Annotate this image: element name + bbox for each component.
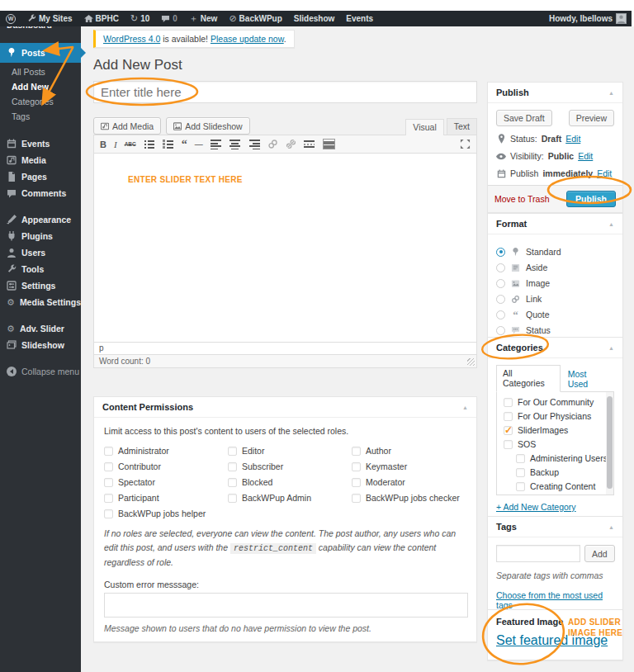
post-title-input[interactable]: [93, 81, 477, 103]
collapse-toggle-icon[interactable]: ▲: [608, 90, 614, 96]
insert-link-button[interactable]: [267, 139, 278, 149]
radio-button[interactable]: [496, 279, 505, 288]
checkbox[interactable]: [352, 462, 361, 471]
editor-content-area[interactable]: [93, 154, 477, 343]
updates-menu[interactable]: ↻ 10: [125, 11, 155, 26]
wp-logo-menu[interactable]: W: [0, 11, 21, 26]
checkbox[interactable]: [228, 462, 237, 471]
custom-error-textarea[interactable]: [104, 593, 468, 618]
checkbox[interactable]: [516, 454, 525, 463]
tab-visual[interactable]: Visual: [405, 119, 443, 135]
collapse-toggle-icon[interactable]: ▲: [608, 345, 614, 351]
bold-button[interactable]: B: [100, 140, 106, 149]
sidebar-item-comments[interactable]: Comments: [0, 185, 81, 201]
checkbox[interactable]: [104, 447, 113, 456]
tab-all-categories[interactable]: All Categories: [496, 365, 561, 392]
move-to-trash-link[interactable]: Move to Trash: [494, 194, 550, 204]
new-content-menu[interactable]: ＋ New: [183, 11, 224, 26]
sidebar-item-slideshow[interactable]: Slideshow: [0, 337, 81, 353]
sidebar-item-all-posts[interactable]: All Posts: [0, 64, 81, 79]
sidebar-item-collapse-menu[interactable]: Collapse menu: [0, 363, 81, 380]
checkbox[interactable]: [504, 398, 513, 407]
comments-menu[interactable]: 0: [155, 11, 183, 26]
checkbox[interactable]: [228, 478, 237, 487]
add-tag-button[interactable]: Add: [584, 545, 615, 562]
add-new-category-link[interactable]: + Add New Category: [496, 502, 576, 512]
radio-button[interactable]: [496, 263, 505, 272]
editor-resize-handle[interactable]: [467, 358, 475, 366]
please-update-link[interactable]: Please update now: [211, 34, 284, 44]
sidebar-item-users[interactable]: Users: [0, 244, 81, 261]
sidebar-item-pages[interactable]: Pages: [0, 168, 81, 185]
edit-visibility-link[interactable]: Edit: [578, 151, 593, 161]
sidebar-item-media-settings[interactable]: ⚙ Media Settings: [0, 294, 81, 310]
checkbox[interactable]: [352, 494, 361, 503]
checkbox[interactable]: [104, 462, 113, 471]
my-sites-menu[interactable]: My Sites: [21, 11, 78, 26]
choose-most-used-link[interactable]: Choose from the most used tags: [496, 590, 603, 610]
fullscreen-button[interactable]: [460, 139, 471, 149]
radio-button[interactable]: [496, 295, 505, 304]
tab-most-used[interactable]: Most Used: [561, 367, 614, 391]
checkbox[interactable]: [352, 447, 361, 456]
sidebar-item-categories[interactable]: Categories: [0, 94, 81, 109]
tab-text[interactable]: Text: [447, 118, 477, 135]
strikethrough-button[interactable]: ABC: [125, 141, 136, 147]
sidebar-item-tags[interactable]: Tags: [0, 109, 81, 124]
publish-button[interactable]: Publish: [566, 191, 616, 207]
radio-button[interactable]: [496, 248, 505, 257]
sidebar-item-add-new[interactable]: Add New: [0, 79, 81, 94]
collapse-toggle-icon[interactable]: ▲: [608, 619, 614, 625]
checkbox[interactable]: [504, 440, 513, 449]
sidebar-item-plugins[interactable]: Plugins: [0, 228, 81, 244]
sidebar-item-posts[interactable]: Posts: [0, 43, 81, 63]
checkbox[interactable]: [516, 468, 525, 477]
edit-status-link[interactable]: Edit: [565, 134, 580, 144]
bulleted-list-button[interactable]: [144, 139, 155, 149]
radio-button[interactable]: [496, 310, 505, 319]
remove-link-button[interactable]: [286, 139, 296, 149]
toolbar-toggle-button[interactable]: [323, 139, 335, 149]
account-menu[interactable]: Howdy, lbellows: [549, 13, 632, 24]
add-media-button[interactable]: Add Media: [93, 117, 161, 135]
italic-button[interactable]: I: [114, 140, 117, 149]
scrollbar-thumb[interactable]: [607, 396, 613, 489]
sidebar-item-appearance[interactable]: Appearance: [0, 211, 81, 228]
blockquote-button[interactable]: “: [182, 141, 187, 148]
checkbox[interactable]: [228, 494, 237, 503]
edit-schedule-link[interactable]: Edit: [597, 168, 612, 178]
horizontal-rule-button[interactable]: —: [195, 140, 203, 149]
site-menu[interactable]: BPHC: [78, 11, 125, 26]
collapse-toggle-icon[interactable]: ▲: [462, 405, 468, 410]
events-menu[interactable]: Events: [340, 11, 379, 26]
checkbox[interactable]: [228, 447, 237, 456]
checkbox[interactable]: [104, 478, 113, 487]
sidebar-item-events[interactable]: Events: [0, 135, 81, 152]
checkbox[interactable]: [516, 482, 525, 491]
numbered-list-button[interactable]: [163, 139, 174, 149]
add-slideshow-button[interactable]: Add Slideshow: [166, 117, 249, 135]
backwpup-menu[interactable]: ⊘ BackWPup: [223, 11, 287, 26]
wordpress-version-link[interactable]: WordPress 4.0: [103, 34, 160, 44]
checkbox[interactable]: [352, 478, 361, 487]
slideshow-menu[interactable]: Slideshow: [288, 11, 340, 26]
collapse-toggle-icon[interactable]: ▲: [608, 221, 614, 227]
set-featured-image-link[interactable]: Set featured image: [496, 633, 608, 647]
sidebar-item-dashboard[interactable]: Dashboard: [0, 26, 81, 35]
more-tag-button[interactable]: [304, 139, 315, 149]
sidebar-item-media[interactable]: Media: [0, 152, 81, 168]
checkbox[interactable]: [504, 412, 513, 421]
checkbox[interactable]: [104, 494, 113, 503]
checkbox-checked[interactable]: [504, 426, 513, 435]
align-right-button[interactable]: [248, 139, 260, 149]
sidebar-item-adv-slider[interactable]: ⚙ Adv. Slider: [0, 320, 81, 337]
tags-input[interactable]: [496, 545, 580, 562]
preview-button[interactable]: Preview: [569, 110, 614, 126]
align-left-button[interactable]: [211, 139, 222, 149]
sidebar-item-tools[interactable]: Tools: [0, 261, 81, 277]
radio-button[interactable]: [496, 326, 505, 335]
collapse-toggle-icon[interactable]: ▲: [608, 524, 614, 530]
checkbox[interactable]: [104, 509, 113, 518]
sidebar-item-settings[interactable]: Settings: [0, 277, 81, 294]
save-draft-button[interactable]: Save Draft: [496, 110, 552, 126]
